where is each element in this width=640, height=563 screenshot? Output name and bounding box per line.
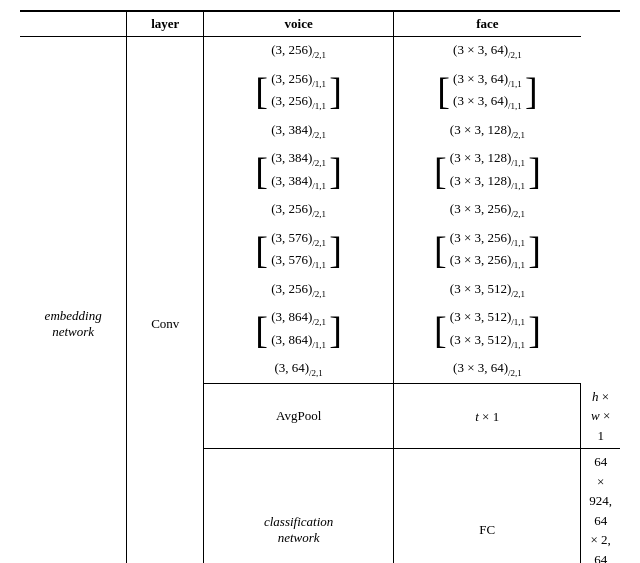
header-voice: voice bbox=[204, 11, 394, 37]
fc-value: 64 × 924, 64 × 2, 64 × 32 bbox=[581, 449, 620, 563]
conv-g4b-face: [ (3 × 3, 512)/1,1 (3 × 3, 512)/1,1 ] bbox=[394, 304, 581, 355]
header-section bbox=[20, 11, 127, 37]
conv-g1-voice: (3, 256)/2,1 bbox=[204, 37, 394, 66]
avgpool-face: h × w × 1 bbox=[581, 384, 620, 449]
conv-label: Conv bbox=[127, 37, 204, 564]
header-face: face bbox=[394, 11, 581, 37]
conv-g3b-voice: [ (3, 576)/2,1 (3, 576)/1,1 ] bbox=[204, 225, 394, 276]
conv-g4-face: (3 × 3, 512)/2,1 bbox=[394, 276, 581, 305]
table-wrapper: layer voice face embeddingnetwork Conv (… bbox=[20, 10, 620, 563]
embedding-network-label: embeddingnetwork bbox=[20, 37, 127, 564]
conv-g1b-face: [ (3 × 3, 64)/1,1 (3 × 3, 64)/1,1 ] bbox=[394, 66, 581, 117]
conv-g3-voice: (3, 256)/2,1 bbox=[204, 196, 394, 225]
conv-g1-face: (3 × 3, 64)/2,1 bbox=[394, 37, 581, 66]
table-row: embeddingnetwork Conv (3, 256)/2,1 (3 × … bbox=[20, 37, 620, 66]
fc-label: FC bbox=[394, 449, 581, 563]
avgpool-voice: t × 1 bbox=[394, 384, 581, 449]
architecture-table: layer voice face embeddingnetwork Conv (… bbox=[20, 10, 620, 563]
conv-g1b-voice: [ (3, 256)/1,1 (3, 256)/1,1 ] bbox=[204, 66, 394, 117]
conv-g2-voice: (3, 384)/2,1 bbox=[204, 117, 394, 146]
classification-network-label: classificationnetwork bbox=[204, 449, 394, 563]
conv-last-voice: (3, 64)/2,1 bbox=[204, 355, 394, 384]
conv-last-face: (3 × 3, 64)/2,1 bbox=[394, 355, 581, 384]
conv-g2-face: (3 × 3, 128)/2,1 bbox=[394, 117, 581, 146]
conv-g4b-voice: [ (3, 864)/2,1 (3, 864)/1,1 ] bbox=[204, 304, 394, 355]
avgpool-label: AvgPool bbox=[204, 384, 394, 449]
conv-g3b-face: [ (3 × 3, 256)/1,1 (3 × 3, 256)/1,1 ] bbox=[394, 225, 581, 276]
conv-g3-face: (3 × 3, 256)/2,1 bbox=[394, 196, 581, 225]
header-layer: layer bbox=[127, 11, 204, 37]
conv-g2b-voice: [ (3, 384)/2,1 (3, 384)/1,1 ] bbox=[204, 145, 394, 196]
conv-g4-voice: (3, 256)/2,1 bbox=[204, 276, 394, 305]
conv-g2b-face: [ (3 × 3, 128)/1,1 (3 × 3, 128)/1,1 ] bbox=[394, 145, 581, 196]
